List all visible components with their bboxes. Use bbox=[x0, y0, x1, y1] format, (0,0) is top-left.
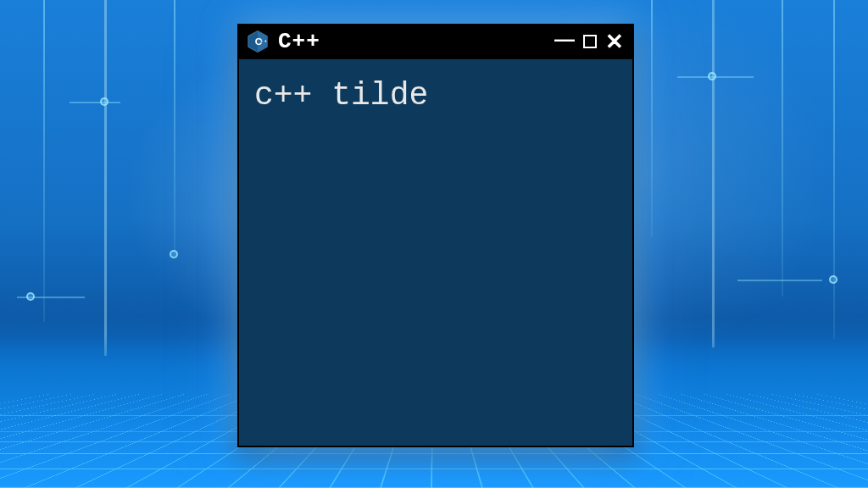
maximize-button[interactable] bbox=[583, 35, 597, 48]
window-titlebar[interactable]: C + + C++ — ✕ bbox=[237, 24, 634, 59]
svg-text:+: + bbox=[264, 37, 267, 42]
window-title: C++ bbox=[278, 29, 553, 54]
svg-text:+: + bbox=[260, 37, 263, 42]
terminal-content-area[interactable]: c++ tilde bbox=[237, 59, 634, 447]
close-button[interactable]: ✕ bbox=[604, 29, 626, 54]
minimize-button[interactable]: — bbox=[553, 27, 576, 51]
terminal-text: c++ tilde bbox=[254, 77, 428, 114]
terminal-window: C + + C++ — ✕ c++ tilde bbox=[237, 24, 634, 447]
window-controls: — ✕ bbox=[553, 29, 626, 54]
cpp-hexagon-icon: C + + bbox=[246, 30, 270, 53]
